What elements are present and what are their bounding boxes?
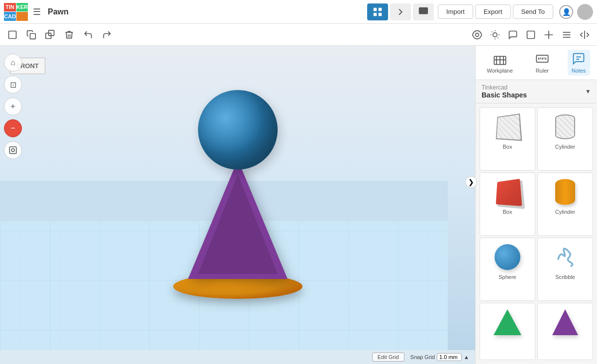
logo-ker: KER xyxy=(16,3,28,12)
send-to-button[interactable]: Send To xyxy=(513,4,553,19)
svg-rect-0 xyxy=(374,7,377,10)
svg-rect-1 xyxy=(379,7,382,10)
cylinder-orange-visual xyxy=(555,179,575,205)
workplane-button[interactable]: Workplane xyxy=(483,50,516,76)
bottom-bar: Edit Grid Snap Grid ▲ xyxy=(0,350,475,364)
undo-button[interactable] xyxy=(80,26,97,43)
new-button[interactable] xyxy=(4,26,21,43)
project-name: Pawn xyxy=(48,7,69,16)
pawn-cone xyxy=(188,160,288,279)
cone-purple-visual xyxy=(552,309,578,335)
svg-rect-3 xyxy=(379,12,382,15)
shapes-title: Basic Shapes xyxy=(482,91,527,99)
shape-box-red[interactable]: Box xyxy=(480,173,535,236)
logo-cad1: CAD xyxy=(4,12,16,21)
mirror-button[interactable] xyxy=(576,26,593,43)
svg-line-14 xyxy=(492,31,493,32)
logo-cad2 xyxy=(16,12,28,21)
shapes-grid: Box Cylinder Box Cylinder xyxy=(476,103,597,364)
box-red-visual xyxy=(496,179,522,206)
notes-view-button[interactable] xyxy=(504,26,521,43)
export-button[interactable]: Export xyxy=(475,4,511,19)
shape-scribble-label: Scribble xyxy=(555,274,575,280)
ruler-label: Ruler xyxy=(536,68,549,74)
shapes-dropdown[interactable]: ▼ xyxy=(585,88,591,95)
snap-grid-arrow[interactable]: ▲ xyxy=(464,354,469,360)
user-avatar[interactable] xyxy=(577,4,593,20)
notes-button[interactable]: Notes xyxy=(568,50,590,76)
add-user-icon[interactable]: 👤 xyxy=(559,5,573,19)
shape-button-1[interactable] xyxy=(522,26,539,43)
ruler-button[interactable]: Ruler xyxy=(531,50,553,76)
right-panel-icons: Workplane Ruler Notes xyxy=(476,46,597,80)
svg-rect-18 xyxy=(527,31,535,38)
fit-button[interactable]: ⊡ xyxy=(4,76,22,93)
cylinder-hatch-visual xyxy=(555,114,575,139)
svg-line-15 xyxy=(498,37,498,38)
zoom-in-button[interactable]: + xyxy=(4,97,22,115)
zoom-out-button[interactable]: − xyxy=(4,119,22,137)
shapes-category: Tinkercad xyxy=(482,84,527,91)
shape-box-hatch-label: Box xyxy=(503,144,512,150)
camera-button[interactable] xyxy=(469,26,486,43)
workplane-label: Workplane xyxy=(487,68,512,74)
snap-grid: Snap Grid ▲ xyxy=(410,353,469,361)
right-panel: Workplane Ruler Notes xyxy=(475,46,597,364)
shape-box-hatch[interactable]: Box xyxy=(480,107,535,171)
svg-rect-7 xyxy=(30,33,36,39)
svg-rect-2 xyxy=(374,12,377,15)
svg-rect-23 xyxy=(9,147,16,154)
shape-sphere-label: Sphere xyxy=(498,274,516,280)
shape-cone-purple[interactable] xyxy=(537,303,593,360)
menu-icon[interactable]: ☰ xyxy=(33,6,41,17)
tinkercad-logo: TIN KER CAD xyxy=(4,3,28,21)
notes-label: Notes xyxy=(572,68,586,74)
shape-button-2[interactable] xyxy=(540,26,557,43)
svg-point-11 xyxy=(493,32,497,36)
copy-to-button[interactable] xyxy=(23,26,40,43)
tab-grid[interactable] xyxy=(367,3,388,20)
tab-simulate[interactable] xyxy=(413,3,434,20)
align-button[interactable] xyxy=(558,26,575,43)
logo-tin: TIN xyxy=(4,3,16,12)
topbar-actions: Import Export Send To 👤 xyxy=(438,4,593,20)
delete-button[interactable] xyxy=(61,26,78,43)
topbar-tabs xyxy=(367,3,434,20)
home-button[interactable]: ⌂ xyxy=(4,54,22,72)
duplicate-button[interactable] xyxy=(42,26,59,43)
pyramid-green-visual xyxy=(494,309,521,335)
light-button[interactable] xyxy=(487,26,503,43)
edit-grid-button[interactable]: Edit Grid xyxy=(372,353,404,362)
shape-pyramid-green[interactable] xyxy=(480,303,535,360)
shape-cylinder-hatch[interactable]: Cylinder xyxy=(537,107,593,171)
main-area: ⌂ ⊡ + − FRONT xyxy=(0,46,597,364)
shape-sphere-blue[interactable]: Sphere xyxy=(480,238,535,301)
shape-cylinder-orange[interactable]: Cylinder xyxy=(537,173,593,236)
import-button[interactable]: Import xyxy=(438,4,473,19)
svg-rect-6 xyxy=(9,31,16,38)
toolbar2 xyxy=(0,24,597,46)
shapes-header: Tinkercad Basic Shapes ▼ xyxy=(476,80,597,103)
shape-cylinder-orange-label: Cylinder xyxy=(555,209,575,215)
scribble-visual xyxy=(552,244,578,270)
shape-scribble[interactable]: Scribble xyxy=(537,238,593,301)
pawn-3d-model[interactable] xyxy=(173,90,302,299)
svg-point-24 xyxy=(11,149,14,152)
sphere-blue-visual xyxy=(495,244,520,270)
viewport[interactable]: FRONT Edit G xyxy=(0,46,475,364)
snap-grid-label: Snap Grid xyxy=(410,354,435,360)
shape-cylinder-hatch-label: Cylinder xyxy=(555,144,575,150)
shape-box-red-label: Box xyxy=(503,209,512,215)
redo-button[interactable] xyxy=(99,26,115,43)
pawn-sphere xyxy=(198,90,278,170)
snap-grid-input[interactable] xyxy=(437,353,462,361)
box-hatch-visual xyxy=(496,113,522,141)
svg-point-10 xyxy=(476,33,479,36)
right-toolbar-group xyxy=(469,26,593,43)
orientation-button[interactable] xyxy=(4,141,22,159)
left-controls: ⌂ ⊡ + − xyxy=(0,46,26,159)
panel-toggle-button[interactable]: ❯ xyxy=(465,176,477,188)
topbar: TIN KER CAD ☰ Pawn Import Export Send To… xyxy=(0,0,597,24)
svg-rect-5 xyxy=(419,7,428,14)
tab-code[interactable] xyxy=(390,3,411,20)
